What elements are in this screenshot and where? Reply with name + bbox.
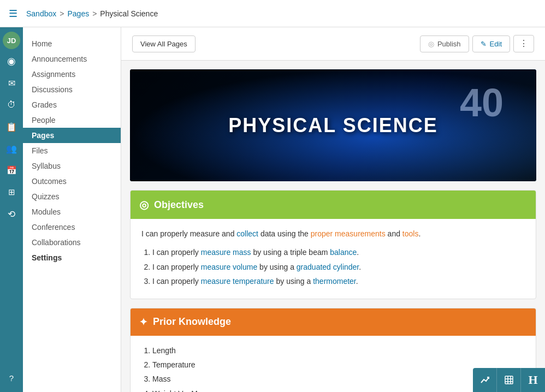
sidebar-item-quizzes[interactable]: Quizzes [23, 189, 121, 204]
header-actions: ◎ Publish ✎ Edit ⋮ [420, 35, 534, 52]
breadcrumb-pages[interactable]: Pages [67, 9, 89, 18]
list-item: Mass [152, 373, 525, 385]
bottom-toolbar: H [473, 368, 545, 392]
breadcrumb-sep-1: > [60, 9, 64, 18]
people-icon[interactable]: 👥 [2, 139, 21, 158]
inbox-icon[interactable]: ✉ [2, 73, 21, 93]
sidebar: Home Announcements Assignments Discussio… [23, 27, 121, 392]
publish-icon: ◎ [428, 40, 434, 48]
dashboard-icon[interactable]: ⊞ [2, 182, 21, 202]
gradebook-icon[interactable]: 📋 [2, 117, 21, 136]
sidebar-item-grades[interactable]: Grades [23, 97, 121, 112]
sidebar-item-modules[interactable]: Modules [23, 204, 121, 219]
list-item: I can properly measure temperature by us… [152, 275, 525, 287]
list-item: Temperature [152, 359, 525, 371]
sidebar-item-collaborations[interactable]: Collaborations [23, 235, 121, 250]
sidebar-item-assignments[interactable]: Assignments [23, 67, 121, 82]
edit-label: Edit [490, 40, 502, 48]
breadcrumb: Sandbox > Pages > Physical Science [26, 9, 158, 18]
view-all-pages-button[interactable]: View All Pages [132, 35, 196, 52]
objectives-body: I can properly measure and collect data … [131, 219, 536, 299]
icon-nav: JD ◉ ✉ ⏱ 📋 👥 📅 ⊞ ⟲ ? [0, 27, 23, 392]
user-avatar[interactable]: JD [3, 32, 20, 49]
prior-knowledge-heading: Prior Knowledge [153, 316, 231, 328]
courses-icon[interactable]: ◉ [2, 51, 21, 71]
sidebar-item-people[interactable]: People [23, 112, 121, 128]
sidebar-item-conferences[interactable]: Conferences [23, 219, 121, 235]
edit-icon: ✎ [481, 40, 487, 48]
objectives-heading: Objectives [154, 199, 204, 211]
prior-knowledge-icon: ✦ [139, 316, 147, 328]
svg-rect-0 [505, 376, 513, 384]
heading-button[interactable]: H [521, 368, 545, 392]
sidebar-item-files[interactable]: Files [23, 143, 121, 158]
content-header: View All Pages ◎ Publish ✎ Edit ⋮ [121, 27, 545, 61]
breadcrumb-sandbox[interactable]: Sandbox [26, 9, 56, 18]
hero-image: 40 PHYSICAL SCIENCE [130, 69, 536, 181]
publish-button[interactable]: ◎ Publish [420, 35, 469, 52]
more-options-button[interactable]: ⋮ [513, 35, 534, 52]
sidebar-item-announcements[interactable]: Announcements [23, 51, 121, 67]
hamburger-icon[interactable]: ☰ [9, 8, 17, 20]
top-bar: ☰ Sandbox > Pages > Physical Science [0, 0, 545, 27]
table-button[interactable] [497, 368, 521, 392]
sidebar-item-settings[interactable]: Settings [23, 250, 121, 265]
breadcrumb-sep-2: > [92, 9, 97, 18]
edit-button[interactable]: ✎ Edit [472, 35, 510, 52]
prior-knowledge-header: ✦ Prior Knowledge [131, 308, 536, 336]
publish-label: Publish [437, 40, 461, 48]
layout: JD ◉ ✉ ⏱ 📋 👥 📅 ⊞ ⟲ ? Home Announcements … [0, 27, 545, 392]
hero-number: 40 [460, 80, 503, 125]
objectives-header: ◎ Objectives [131, 191, 536, 219]
list-item: I can properly measure volume by using a… [152, 261, 525, 273]
sidebar-item-pages[interactable]: Pages [23, 128, 121, 143]
list-item: Length [152, 345, 525, 357]
hero-title: PHYSICAL SCIENCE [228, 114, 437, 137]
sidebar-item-discussions[interactable]: Discussions [23, 82, 121, 97]
page-content: 40 PHYSICAL SCIENCE ◎ Objectives I can p… [121, 61, 545, 392]
objectives-section: ◎ Objectives I can properly measure and … [130, 190, 536, 299]
sidebar-item-syllabus[interactable]: Syllabus [23, 158, 121, 174]
calendar-icon[interactable]: 📅 [2, 161, 21, 180]
list-item: I can properly measure mass by using a t… [152, 246, 525, 258]
main-content: View All Pages ◎ Publish ✎ Edit ⋮ 40 [121, 27, 545, 392]
help-icon[interactable]: ? [2, 368, 21, 388]
import-icon[interactable]: ⟲ [2, 204, 21, 224]
chart-button[interactable] [473, 368, 497, 392]
history-icon[interactable]: ⏱ [2, 95, 21, 115]
breadcrumb-current: Physical Science [100, 9, 158, 18]
objectives-icon: ◎ [139, 198, 149, 211]
sidebar-item-home[interactable]: Home [23, 36, 121, 51]
list-item: Weight Vs. Mass [152, 388, 525, 392]
objectives-intro: I can properly measure and collect data … [141, 228, 525, 240]
sidebar-item-outcomes[interactable]: Outcomes [23, 174, 121, 189]
